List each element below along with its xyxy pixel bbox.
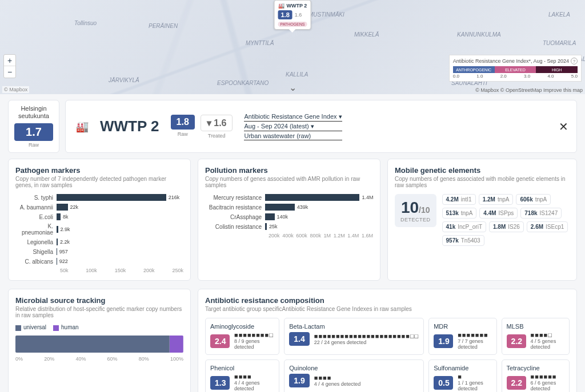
card-subtitle: Copy numbers of genes associated with AM… (205, 176, 373, 188)
region-label: Helsingin seutukunta (14, 105, 53, 120)
mst-card: Microbial source tracking Relative distr… (8, 289, 191, 392)
pathogen-chart: S. typhi216kA. baumannii22kE.coli8kK. pn… (15, 194, 183, 265)
page-title: WWTP 2 (100, 118, 159, 135)
card-subtitle: Copy number of 7 independently detected … (15, 176, 183, 188)
arc-tile[interactable]: MDR1.9■■■■■■■7 / 7 genes detected (428, 318, 496, 355)
mge-card: Mobile genetic elements Copy numbers of … (387, 159, 577, 281)
meta-source: Urban wastewater (raw) (244, 132, 342, 140)
legend-item: universal (15, 324, 46, 330)
map-place-label: PERÄINEN (149, 23, 178, 29)
map-legend: Antibiotic Resistance Gene Index*, Aug -… (449, 55, 582, 82)
pathogen-axis: 50k100k150k200k250k (60, 268, 183, 273)
map-attrib-right: © Mapbox © OpenStreetMap Improve this ma… (475, 87, 583, 93)
arc-tile[interactable]: MLSB2.2■■■■□4 / 5 genes detected (502, 318, 570, 355)
mge-chip[interactable]: 4.2MintI1 (442, 194, 476, 205)
stack-segment (15, 336, 170, 353)
bar-row: C. albicans922 (15, 258, 183, 265)
arc-tile[interactable]: Sulfonamide0.5■1 / 1 genes detected (428, 359, 496, 392)
card-title: Pathogen markers (15, 166, 183, 175)
bar-row: Bacitracin resistance439k (205, 204, 373, 211)
arc-tile[interactable]: Phenicol1.3■■■■4 / 4 genes detected (205, 359, 279, 392)
mge-chip[interactable]: 4.4MISPps (479, 208, 518, 219)
map-place-label: JÄRVIKYLÄ (109, 77, 139, 83)
bar-row: Mercury resistance1.4M (205, 194, 373, 201)
mge-chip[interactable]: 606ktnpA (516, 194, 551, 205)
arc-tile[interactable]: Quinolone1.9■■■■4 / 4 genes detected (284, 359, 424, 392)
legend-item: human (53, 324, 79, 330)
bar-row: E.coli8k (15, 213, 183, 220)
map-place-label: Tollinsuo (74, 20, 97, 26)
help-icon[interactable]: ? (571, 58, 578, 64)
region-score-sub: Raw (14, 142, 53, 148)
collapse-map-button[interactable]: ⌄ (289, 82, 296, 93)
map-attrib-left: © Mapbox (2, 86, 29, 93)
map[interactable]: MIKKELÄLAKELATUOMARILASAUNALAHTIESPOONKA… (0, 0, 585, 94)
stack-segment (170, 336, 183, 353)
treated-score-sub: Treated (201, 133, 233, 139)
mge-chip[interactable]: 2.6MISEcp1 (527, 221, 568, 232)
pollution-markers-card: Pollution markers Copy numbers of genes … (198, 159, 380, 281)
region-badge[interactable]: Helsingin seutukunta 1.7 Raw (8, 100, 59, 153)
bar-row: S. typhi216k (15, 194, 183, 201)
zoom-out-button[interactable]: − (4, 66, 15, 78)
close-button[interactable]: ✕ (559, 120, 568, 134)
map-place-label: LAKELA (548, 11, 570, 18)
marker-title: WWTP 2 (287, 3, 307, 9)
raw-score-sub: Raw (171, 131, 195, 137)
header-card: 🏭 WWTP 2 1.8 Raw ▾ 1.6 Treated Antibioti… (65, 100, 577, 153)
map-place-label: KANNUNKULMA (457, 31, 501, 38)
map-place-label: TUOMARILA (543, 40, 576, 46)
legend-ticks: 0.01.02.03.04.05.0 (453, 74, 578, 79)
legend-title: Antibiotic Resistance Gene Index*, Aug -… (453, 58, 569, 64)
card-title: Antibiotic resistance composition (205, 296, 570, 305)
treated-score: ▾ 1.6 (201, 115, 233, 131)
bar-row: Shigella957 (15, 248, 183, 255)
map-place-label: KALLILA (286, 71, 308, 78)
arc-tile[interactable]: Beta-Lactam1.4■■■■■■■■■■■■■■■■■■■■■■□□22… (284, 318, 424, 355)
mge-chip[interactable]: 1.2MtnpA (479, 194, 514, 205)
mge-chip[interactable]: 41kIncP_oriT (442, 221, 486, 232)
card-title: Pollution markers (205, 166, 373, 175)
mge-chip[interactable]: 957kTn5403 (442, 235, 484, 246)
card-subtitle: Copy numbers of genes associated with mo… (395, 176, 570, 188)
mst-axis: 0%20%40%60%80%100% (15, 356, 183, 362)
pollution-axis: 200k400k600k800k1M1.2M1.4M1.6M (269, 233, 373, 239)
bar-row: CrAssphage140k (205, 213, 373, 220)
zoom-in-button[interactable]: + (4, 55, 15, 66)
mge-chips: 4.2MintI11.2MtnpA606ktnpA513ktnpA4.4MISP… (442, 194, 570, 246)
marker-pathogens-badge: PATHOGENS (278, 22, 307, 27)
mge-chip[interactable]: 1.8MIS26 (489, 221, 524, 232)
bar-row: Colistin resistance25k (205, 223, 373, 230)
bar-row: A. baumannii22k (15, 204, 183, 211)
zoom-controls: + − (3, 54, 16, 78)
arc-tile[interactable]: Tetracycline2.2■■■■■■6 / 6 genes detecte… (502, 359, 570, 392)
factory-icon: 🏭 (76, 120, 89, 133)
map-place-label: MIKKELÄ (354, 31, 379, 38)
arc-tile[interactable]: Aminoglycoside2.4■■■■■■■■□8 / 9 genes de… (205, 318, 279, 355)
card-subtitle: Target antibiotic group specificAntibiot… (205, 306, 570, 312)
mge-detected: 10/10 DETECTED (395, 194, 436, 227)
arc-card: Antibiotic resistance composition Target… (198, 289, 577, 392)
map-place-label: MYNTTILÄ (246, 40, 274, 46)
factory-icon: 🏭 (278, 3, 285, 9)
card-title: Microbial source tracking (15, 296, 183, 305)
legend-segment: ELEVATED (495, 66, 536, 73)
map-place-label: MUSTINMÄKI (308, 11, 344, 18)
mge-chip[interactable]: 513ktnpA (442, 208, 477, 219)
legend-segment: ANTHROPOGENIC (453, 66, 495, 73)
arc-grid: Aminoglycoside2.4■■■■■■■■□8 / 9 genes de… (205, 318, 570, 392)
map-marker[interactable]: 🏭 WWTP 2 1.8 1.6 PATHOGENS (274, 0, 311, 30)
map-place-label: ESPOONKARTANO (217, 80, 269, 86)
meta-period[interactable]: Aug - Sep 2024 (latest) ▾ (244, 123, 342, 131)
marker-raw-score: 1.8 (278, 10, 292, 19)
mge-chip[interactable]: 718kIS1247 (520, 208, 562, 219)
marker-treated-score: 1.6 (295, 12, 302, 18)
card-title: Mobile genetic elements (395, 166, 570, 175)
pathogen-markers-card: Pathogen markers Copy number of 7 indepe… (8, 159, 191, 281)
legend-segment: HIGH (536, 66, 578, 73)
meta-index[interactable]: Antibiotic Resistance Gene Index ▾ (244, 113, 342, 122)
mst-legend: universalhuman (15, 324, 183, 330)
card-subtitle: Relative distribution of host-specific g… (15, 306, 183, 318)
bar-row: K. pneumoniae2.9k (15, 223, 183, 236)
mst-bar (15, 336, 183, 353)
